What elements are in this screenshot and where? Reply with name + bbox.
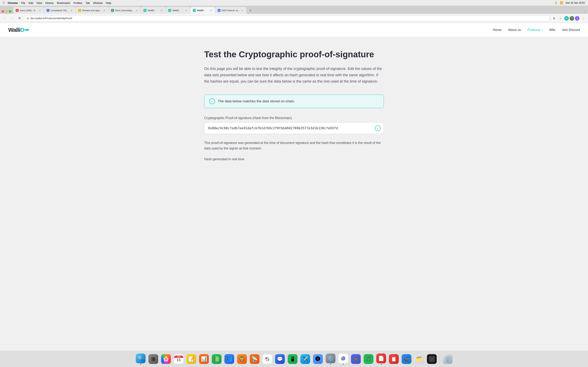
tab-close-sent[interactable]: ✕ [135,9,138,12]
extension-puzzle[interactable]: 🧩 [570,16,574,21]
main-content: Test the Cryptographic proof-of-signatur… [196,37,392,175]
nav-home[interactable]: Home [493,28,502,32]
menu-window[interactable]: Window [93,1,103,4]
dock-launchpad[interactable]: ⊞ [148,353,159,365]
tab-ens[interactable]: E ENS Search: w... ✕ [215,7,246,14]
svg-rect-5 [266,360,268,361]
tab-completed[interactable]: ✓ Completed: Ple... ✕ [44,7,76,14]
dock-files[interactable]: 🗂️ [414,353,425,365]
bookmark-button[interactable]: ☆ [558,16,563,21]
menu-profiles[interactable]: Profiles [73,1,82,4]
menu-file[interactable]: File [21,1,25,4]
dock-discord[interactable]: 🎮 [350,353,362,365]
tab-title-ens: ENS Search: w... [222,9,240,12]
tab-close-ens[interactable]: ✕ [241,9,244,12]
dock-whatsapp[interactable]: 📱 [287,353,298,365]
tab-close-completed[interactable]: ✕ [70,9,73,12]
tab-close-wallid2[interactable]: ✕ [185,9,188,12]
dock-finder[interactable]: 🔍 [135,353,146,365]
tab-wallid1[interactable]: W WalliD ✕ [141,7,165,14]
website-content: WalliD➟ Home About us Products ▾ Wiki Jo… [0,23,588,354]
dock-signal[interactable]: 💬 [274,353,286,365]
appstore-icon: 🅐 [313,354,323,364]
tab-close-wallid1[interactable]: ✕ [160,9,163,12]
extension-walletid[interactable]: W [564,16,569,21]
fullscreen-window-button[interactable] [9,10,11,13]
discord-icon: 🎮 [351,354,361,364]
tab-sent[interactable]: D Sent | DocuSign... ✕ [109,7,141,14]
dock-keynote[interactable]: 📊 [198,353,210,365]
dock-slack[interactable] [261,353,273,365]
whatsapp-icon: 📱 [288,354,297,364]
menu-view[interactable]: View [36,1,42,4]
tab-review[interactable]: D Review and sign... ✕ [76,7,108,14]
nav-join-discord[interactable]: Join Discord [562,28,580,32]
dock-terminal[interactable]: ⬛ [426,353,438,365]
nav-about-us[interactable]: About us [508,28,521,32]
apple-menu[interactable]:  [3,1,4,5]
dock-excel[interactable]: 📗 [211,353,222,365]
tab-wallid-active[interactable]: W WalliD ✕ [190,7,215,14]
nav-wiki[interactable]: Wiki [549,28,555,32]
reload-button[interactable]: ↻ [17,16,22,21]
menu-history[interactable]: History [45,1,53,4]
dock-notes[interactable]: 📝 [186,353,197,365]
svg-rect-7 [267,358,269,358]
address-bar[interactable]: 🔒 dev.wallid.io/Products/IdentityProof/ [24,15,550,21]
dock-photos[interactable]: 🌸 [160,353,172,365]
dock: 🔍 ⊞ 🌸 JAN 16 📝 📊 📗 📘 🦁 📡 [0,351,588,367]
new-tab-button[interactable]: + [247,8,253,13]
hash-input[interactable] [204,122,384,134]
tab-close-wallid-active[interactable]: ✕ [209,9,213,12]
wifi-icon: 📶 [560,1,563,4]
tab-wallid2[interactable]: W WalliD ✕ [166,7,190,14]
pdfpen-dot [381,364,381,365]
dock-chrome[interactable] [337,353,349,365]
dock-word[interactable]: 📘 [224,353,235,365]
menubar:  Chrome File Edit View History Bookmark… [0,0,588,6]
dock-telegram[interactable]: ✈️ [300,353,311,365]
dock-settings[interactable]: ⚙️ [325,353,336,365]
products-dropdown-icon: ▾ [542,29,543,31]
dock-brave[interactable]: 🦁 [236,353,248,365]
tab-title-wallid-active: WalliD [197,9,208,12]
terminal-icon: ⬛ [427,354,437,364]
more-options-button[interactable]: ⋮ [580,16,586,21]
share-button[interactable]: ⬆ [551,16,557,21]
nav-products[interactable]: Products ▾ [527,28,543,32]
site-logo[interactable]: WalliD➟ [8,26,29,33]
menu-tab[interactable]: Tab [86,1,90,4]
dock-transmit[interactable]: 📡 [249,353,260,365]
dock-spotify[interactable]: 🎵 [363,353,374,365]
finder-icon: 🔍 [136,354,146,363]
excel-icon: 📗 [212,354,222,364]
dock-pdfpen[interactable]: 📄 [375,353,387,365]
transmit-icon: 📡 [250,354,259,364]
back-button[interactable]: ← [2,16,8,21]
menu-edit[interactable]: Edit [29,1,33,4]
minimize-window-button[interactable] [5,10,8,13]
dock-appstore[interactable]: 🅐 [312,353,324,365]
dock-trash[interactable]: 🗑️ [442,353,453,365]
tab-close-review[interactable]: ✕ [103,9,106,12]
app-name[interactable]: Chrome [8,1,18,4]
launchpad-icon: ⊞ [148,354,158,364]
tab-inbox[interactable]: M Inbox (256) - fi... ✕ [13,7,44,14]
chrome-icon [338,354,348,363]
menu-help[interactable]: Help [106,1,111,4]
forward-button[interactable]: → [9,16,15,21]
notes-icon: 📝 [186,354,196,364]
dock-zoom[interactable]: 📹 [401,353,412,365]
tab-expand-button[interactable]: ⋮ [583,10,586,13]
dock-acrobat[interactable]: 📋 [388,353,399,365]
close-window-button[interactable] [2,10,4,13]
tab-close-inbox[interactable]: ✕ [38,9,42,12]
page-title: Test the Cryptographic proof-of-signatur… [204,49,384,59]
menu-bookmarks[interactable]: Bookmarks [57,1,70,4]
zoom-icon: 📹 [402,354,411,364]
dock-calendar[interactable]: JAN 16 [173,353,184,365]
tab-title-inbox: Inbox (256) - fi... [20,9,37,12]
url-text[interactable]: dev.wallid.io/Products/IdentityProof/ [30,17,547,20]
profile-avatar[interactable]: U [575,16,579,21]
success-message: The data below matches the data stored o… [218,99,295,103]
